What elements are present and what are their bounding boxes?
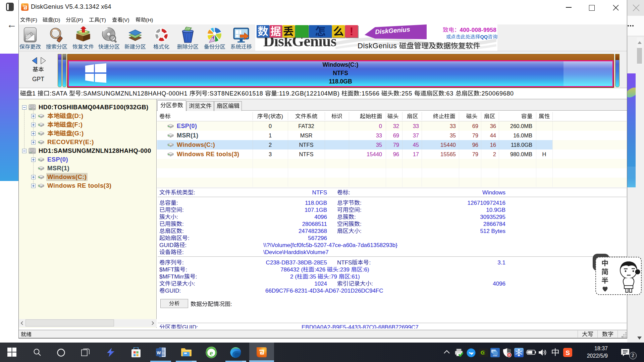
svg-text:S: S <box>566 349 570 356</box>
svg-text:e: e <box>210 349 213 357</box>
svg-text:intel: intel <box>493 354 497 357</box>
svg-text:W: W <box>157 350 161 355</box>
